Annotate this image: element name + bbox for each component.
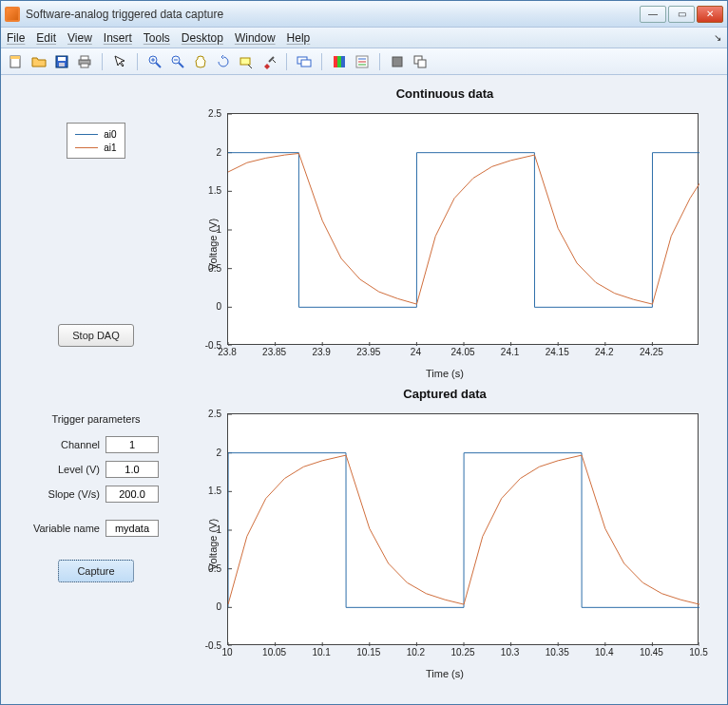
svg-rect-27	[393, 57, 402, 67]
ytick-label: 2.5	[208, 108, 221, 119]
titlebar[interactable]: Software-analog triggered data capture —…	[1, 1, 727, 28]
rotate-icon[interactable]	[214, 52, 233, 71]
xtick-label: 10.1	[312, 647, 330, 657]
axes-area-continuous[interactable]	[227, 113, 699, 345]
menu-desktop[interactable]: Desktop	[182, 31, 223, 45]
variable-name-label: Variable name	[20, 523, 100, 534]
xtick-label: 10.25	[450, 647, 474, 657]
xtick-label: 10.15	[356, 647, 380, 657]
ytick-label: 0	[216, 601, 221, 612]
close-button[interactable]: ✕	[697, 6, 723, 23]
xtick-label: 10.4	[595, 647, 613, 657]
svg-rect-1	[10, 56, 20, 59]
save-icon[interactable]	[52, 52, 71, 71]
ytick-label: 2	[216, 146, 221, 157]
link-axes-icon[interactable]	[295, 52, 314, 71]
svg-line-16	[248, 65, 252, 68]
svg-line-17	[269, 57, 274, 62]
open-icon[interactable]	[29, 52, 48, 71]
svg-rect-15	[240, 58, 250, 65]
matlab-icon	[5, 7, 20, 22]
svg-line-9	[156, 63, 161, 67]
xtick-label: 10.3	[501, 647, 519, 657]
svg-rect-21	[337, 56, 341, 67]
zoom-in-icon[interactable]	[145, 52, 164, 71]
level-field[interactable]	[105, 461, 159, 478]
svg-rect-22	[341, 56, 345, 67]
window-title: Software-analog triggered data capture	[26, 8, 640, 21]
xtick-label: 24.05	[450, 347, 474, 357]
data-cursor-icon[interactable]	[237, 52, 256, 71]
legend-swatch-ai0	[75, 134, 98, 135]
trigger-params-title: Trigger parameters	[51, 413, 140, 425]
ytick-label: 1.5	[208, 486, 221, 496]
xtick-label: 24.1	[501, 347, 519, 357]
xtick-label: 10.5	[689, 647, 707, 657]
hide-plot-tools-icon[interactable]	[388, 52, 407, 71]
legend-label-ai0: ai0	[104, 129, 116, 140]
xtick-label: 24.15	[546, 347, 569, 357]
xlabel-continuous: Time (s)	[182, 368, 708, 379]
variable-name-field[interactable]	[105, 520, 159, 537]
menu-edit[interactable]: Edit	[36, 31, 56, 45]
xtick-label: 24.25	[640, 347, 663, 357]
xtick-label: 24	[411, 347, 421, 357]
menu-tools[interactable]: Tools	[144, 31, 170, 45]
ytick-label: 1.5	[208, 185, 221, 196]
axes-captured[interactable]: Captured data Voltage (V) Time (s) 1010.…	[182, 404, 708, 685]
svg-rect-19	[301, 60, 311, 67]
print-icon[interactable]	[75, 52, 94, 71]
xtick-label: 10.2	[407, 647, 425, 657]
legend-icon[interactable]	[353, 52, 372, 71]
menu-help[interactable]: Help	[287, 31, 311, 45]
new-figure-icon[interactable]	[7, 52, 26, 71]
show-plot-tools-icon[interactable]	[411, 52, 430, 71]
legend[interactable]: ai0 ai1	[67, 123, 125, 159]
menu-window[interactable]: Window	[235, 31, 276, 45]
ytick-label: 0.5	[208, 262, 221, 273]
xtick-label: 23.95	[356, 347, 380, 357]
pointer-icon[interactable]	[110, 52, 129, 71]
ytick-label: 0.5	[208, 562, 221, 573]
xtick-label: 10.35	[546, 647, 569, 657]
maximize-button[interactable]: ▭	[668, 6, 695, 23]
svg-rect-7	[81, 64, 88, 67]
svg-rect-20	[334, 56, 337, 67]
menu-overflow-icon[interactable]: ↘	[714, 32, 721, 43]
channel-field[interactable]	[105, 436, 159, 453]
axes-continuous[interactable]: Continuous data Voltage (V) Time (s) 23.…	[182, 104, 708, 385]
axes-title-captured: Captured data	[182, 387, 708, 401]
capture-button[interactable]: Capture	[58, 560, 134, 582]
level-label: Level (V)	[20, 464, 100, 475]
axes-area-captured[interactable]	[227, 413, 699, 645]
ytick-label: -0.5	[205, 340, 221, 351]
figure-content: ai0 ai1 Stop DAQ Continuous data Voltage…	[1, 75, 727, 704]
menu-file[interactable]: File	[7, 31, 25, 45]
slope-field[interactable]	[105, 486, 159, 503]
xtick-label: 23.85	[262, 347, 286, 357]
svg-rect-29	[418, 60, 426, 67]
channel-label: Channel	[20, 439, 100, 450]
left-panel-lower: Trigger parameters Channel Level (V) Slo…	[20, 404, 172, 685]
slope-label: Slope (V/s)	[20, 488, 100, 500]
colorbar-icon[interactable]	[330, 52, 349, 71]
legend-item-ai1[interactable]: ai1	[75, 141, 116, 154]
svg-rect-4	[59, 63, 65, 67]
legend-item-ai0[interactable]: ai0	[75, 127, 116, 141]
zoom-out-icon[interactable]	[168, 52, 187, 71]
menu-view[interactable]: View	[67, 31, 92, 45]
xlabel-captured: Time (s)	[182, 668, 708, 679]
stop-daq-button[interactable]: Stop DAQ	[58, 324, 134, 347]
pan-icon[interactable]	[191, 52, 210, 71]
brush-icon[interactable]	[259, 52, 278, 71]
left-panel-upper: ai0 ai1 Stop DAQ	[20, 104, 172, 385]
ytick-label: 2.5	[208, 409, 221, 419]
xtick-label: 10.05	[262, 647, 286, 657]
menu-insert[interactable]: Insert	[104, 31, 132, 45]
app-window: Software-analog triggered data capture —…	[0, 0, 728, 705]
minimize-button[interactable]: —	[640, 6, 666, 23]
xtick-label: 10.45	[640, 647, 663, 657]
ytick-label: 0	[216, 301, 221, 312]
svg-line-13	[179, 63, 183, 67]
ytick-label: 1	[216, 224, 221, 235]
